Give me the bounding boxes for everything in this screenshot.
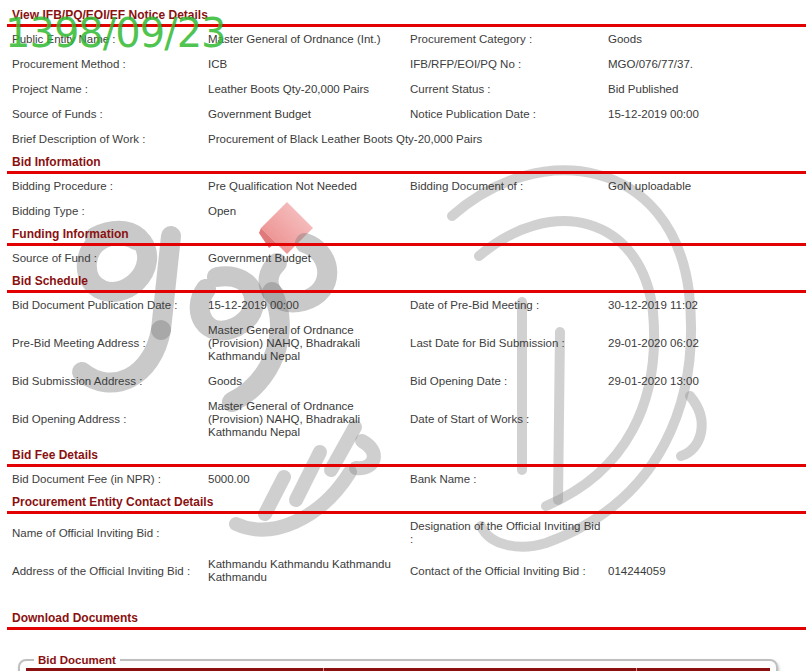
field-label: Bid Opening Address : bbox=[12, 413, 208, 426]
field-row: Source of Funds : Government Budget Noti… bbox=[0, 102, 806, 127]
field-value: 15-12-2019 00:00 bbox=[208, 299, 410, 312]
field-label: Bid Submission Address : bbox=[12, 375, 208, 388]
field-value: Pre Qualification Not Needed bbox=[208, 180, 410, 193]
field-row: Procurement Method : ICB IFB/RFP/EOI/PQ … bbox=[0, 52, 806, 77]
field-value: Leather Boots Qty-20,000 Pairs bbox=[208, 83, 410, 96]
field-value: Kathmandu Kathmandu Kathmandu Kathmandu bbox=[208, 558, 410, 584]
field-row: Name of Official Inviting Bid : Designat… bbox=[0, 514, 806, 552]
field-row: Public Entity Name : Master General of O… bbox=[0, 27, 806, 52]
field-row: Bid Document Fee (in NPR) : 5000.00 Bank… bbox=[0, 467, 806, 492]
field-value: MGO/076/77/37. bbox=[608, 58, 806, 71]
field-label: Name of Official Inviting Bid : bbox=[12, 527, 208, 540]
field-row: Bid Opening Address : Master General of … bbox=[0, 394, 806, 445]
field-value: Bid Published bbox=[608, 83, 806, 96]
field-label: Bidding Procedure : bbox=[12, 180, 208, 193]
section-heading-bid-information: Bid Information bbox=[0, 152, 806, 171]
field-value: ICB bbox=[208, 58, 410, 71]
field-label: Bid Opening Date : bbox=[410, 375, 608, 388]
field-row: Project Name : Leather Boots Qty-20,000 … bbox=[0, 77, 806, 102]
field-label: Source of Funds : bbox=[12, 108, 208, 121]
field-label: Bidding Document of : bbox=[410, 180, 608, 193]
field-label: Designation of the Official Inviting Bid… bbox=[410, 520, 608, 546]
field-label: Date of Start of Works : bbox=[410, 413, 608, 426]
field-label: Bid Document Fee (in NPR) : bbox=[12, 473, 208, 486]
field-row: Source of Fund : Government Budget bbox=[0, 246, 806, 271]
field-label: Contact of the Official Inviting Bid : bbox=[410, 565, 608, 578]
field-label: Date of Pre-Bid Meeting : bbox=[410, 299, 608, 312]
field-value: Master General of Ordnance (Int.) bbox=[208, 33, 410, 46]
field-label: Pre-Bid Meeting Address : bbox=[12, 337, 208, 350]
field-label: Source of Fund : bbox=[12, 252, 208, 265]
field-label: Brief Description of Work : bbox=[12, 133, 208, 146]
field-value: 15-12-2019 00:00 bbox=[608, 108, 806, 121]
field-label: IFB/RFP/EOI/PQ No : bbox=[410, 58, 608, 71]
field-value: Master General of Ordnance (Provision) N… bbox=[208, 400, 410, 439]
field-value: 30-12-2019 11:02 bbox=[608, 299, 806, 312]
field-label: Current Status : bbox=[410, 83, 608, 96]
field-label: Address of the Official Inviting Bid : bbox=[12, 565, 208, 578]
field-label: Bidding Type : bbox=[12, 205, 208, 218]
field-row: Bid Submission Address : Goods Bid Openi… bbox=[0, 369, 806, 394]
field-value: 014244059 bbox=[608, 565, 806, 578]
field-label: Procurement Category : bbox=[410, 33, 608, 46]
field-value: Government Budget bbox=[208, 252, 410, 265]
field-label: Public Entity Name : bbox=[12, 33, 208, 46]
field-row: Pre-Bid Meeting Address : Master General… bbox=[0, 318, 806, 369]
notice-details-page: 1398/09/23 View IFB/PQ/EOI/EF Notice Det… bbox=[0, 0, 806, 671]
section-heading-contact: Procurement Entity Contact Details bbox=[0, 492, 806, 511]
section-heading-download-documents: Download Documents bbox=[0, 608, 806, 627]
field-value: GoN uploadable bbox=[608, 180, 806, 193]
bid-document-fieldset: Bid Document Document Type Publication D… bbox=[18, 654, 778, 671]
field-label: Bid Document Publication Date : bbox=[12, 299, 208, 312]
section-heading-bid-fee: Bid Fee Details bbox=[0, 445, 806, 464]
field-value: Goods bbox=[208, 375, 410, 388]
section-heading-funding-information: Funding Information bbox=[0, 224, 806, 243]
field-row: Bidding Procedure : Pre Qualification No… bbox=[0, 174, 806, 199]
field-row: Bidding Type : Open bbox=[0, 199, 806, 224]
page-title: View IFB/PQ/EOI/EF Notice Details bbox=[0, 5, 806, 24]
field-value: 5000.00 bbox=[208, 473, 410, 486]
bid-document-legend: Bid Document bbox=[34, 654, 120, 666]
field-label: Notice Publication Date : bbox=[410, 108, 608, 121]
field-value: Procurement of Black Leather Boots Qty-2… bbox=[208, 133, 806, 146]
field-row: Brief Description of Work : Procurement … bbox=[0, 127, 806, 152]
field-value: Goods bbox=[608, 33, 806, 46]
field-label: Bank Name : bbox=[410, 473, 608, 486]
field-value: Open bbox=[208, 205, 410, 218]
field-row: Address of the Official Inviting Bid : K… bbox=[0, 552, 806, 590]
field-value: Master General of Ordnance (Provision) N… bbox=[208, 324, 410, 363]
field-label: Project Name : bbox=[12, 83, 208, 96]
field-value: 29-01-2020 13:00 bbox=[608, 375, 806, 388]
notice-details-content: View IFB/PQ/EOI/EF Notice Details Public… bbox=[0, 0, 806, 671]
section-heading-bid-schedule: Bid Schedule bbox=[0, 271, 806, 290]
spacer bbox=[0, 630, 806, 654]
field-value: 29-01-2020 06:02 bbox=[608, 337, 806, 350]
field-value: Government Budget bbox=[208, 108, 410, 121]
field-row: Bid Document Publication Date : 15-12-20… bbox=[0, 293, 806, 318]
field-label: Last Date for Bid Submission : bbox=[410, 337, 608, 350]
field-label: Procurement Method : bbox=[12, 58, 208, 71]
spacer bbox=[0, 590, 806, 608]
